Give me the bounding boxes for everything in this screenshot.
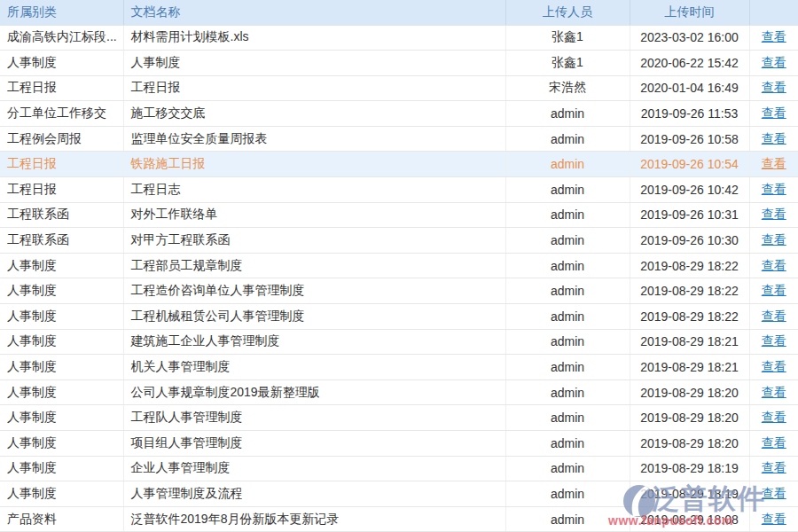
view-cell: 查看 <box>749 278 798 304</box>
table-row[interactable]: 人事制度工程造价咨询单位人事管理制度admin2019-08-29 18:22查… <box>0 278 798 304</box>
doc-name-cell: 工程造价咨询单位人事管理制度 <box>123 278 505 304</box>
view-link[interactable]: 查看 <box>762 359 786 373</box>
view-cell: 查看 <box>749 355 798 380</box>
document-list-page: 所属别类 文档名称 上传人员 上传时间 成渝高铁内江标段...材料需用计划模板.… <box>0 0 798 532</box>
uploader-cell: admin <box>505 431 630 457</box>
upload-time-cell: 2019-08-29 18:19 <box>630 456 749 481</box>
upload-time-cell: 2019-08-29 18:08 <box>630 506 749 532</box>
view-link[interactable]: 查看 <box>762 309 786 323</box>
uploader-cell: admin <box>505 177 630 203</box>
upload-time-cell: 2019-08-29 18:20 <box>630 405 749 431</box>
upload-time-cell: 2019-08-29 18:21 <box>630 355 749 380</box>
doc-name-cell: 对甲方工程联系函 <box>123 228 505 254</box>
view-cell: 查看 <box>749 304 798 330</box>
table-row[interactable]: 工程联系函对外工作联络单admin2019-09-26 10:31查看 <box>0 202 798 228</box>
doc-name-cell: 施工移交交底 <box>123 101 505 127</box>
upload-time-cell: 2019-08-29 18:22 <box>630 278 749 304</box>
header-category: 所属别类 <box>0 0 123 25</box>
upload-time-cell: 2019-09-26 10:58 <box>630 126 749 152</box>
table-row[interactable]: 人事制度工程机械租赁公司人事管理制度admin2019-08-29 18:22查… <box>0 304 798 330</box>
table-row[interactable]: 成渝高铁内江标段...材料需用计划模板.xls张鑫12023-03-02 16:… <box>0 25 798 51</box>
table-row[interactable]: 工程联系函对甲方工程联系函admin2019-09-26 10:30查看 <box>0 228 798 254</box>
doc-name-cell: 工程机械租赁公司人事管理制度 <box>123 304 505 330</box>
view-link[interactable]: 查看 <box>762 29 786 43</box>
category-cell: 分工单位工作移交 <box>0 101 123 127</box>
view-link[interactable]: 查看 <box>762 410 786 424</box>
view-link[interactable]: 查看 <box>762 283 786 297</box>
category-cell: 人事制度 <box>0 253 123 278</box>
table-row[interactable]: 人事制度项目组人事管理制度admin2019-08-29 18:20查看 <box>0 431 798 457</box>
table-row[interactable]: 工程例会周报监理单位安全质量周报表admin2019-09-26 10:58查看 <box>0 126 798 152</box>
upload-time-cell: 2019-08-29 18:22 <box>630 253 749 278</box>
category-cell: 人事制度 <box>0 304 123 330</box>
view-cell: 查看 <box>749 253 798 278</box>
category-cell: 人事制度 <box>0 278 123 304</box>
table-header: 所属别类 文档名称 上传人员 上传时间 <box>0 0 798 25</box>
upload-time-cell: 2019-09-26 10:54 <box>630 152 749 177</box>
category-cell: 人事制度 <box>0 481 123 507</box>
view-cell: 查看 <box>749 431 798 457</box>
uploader-cell: admin <box>505 481 630 507</box>
upload-time-cell: 2019-08-29 18:22 <box>630 304 749 330</box>
view-cell: 查看 <box>749 202 798 228</box>
upload-time-cell: 2023-03-02 16:00 <box>630 25 749 51</box>
doc-name-cell: 项目组人事管理制度 <box>123 431 505 457</box>
table-row[interactable]: 产品资料泛普软件2019年8月份新版本更新记录admin2019-08-29 1… <box>0 506 798 532</box>
documents-table: 所属别类 文档名称 上传人员 上传时间 成渝高铁内江标段...材料需用计划模板.… <box>0 0 798 532</box>
view-cell: 查看 <box>749 177 798 203</box>
view-cell: 查看 <box>749 456 798 481</box>
table-row[interactable]: 人事制度人事制度张鑫12020-06-22 15:42查看 <box>0 51 798 76</box>
table-row[interactable]: 人事制度公司人事规章制度2019最新整理版admin2019-08-29 18:… <box>0 379 798 405</box>
doc-name-cell: 泛普软件2019年8月份新版本更新记录 <box>123 506 505 532</box>
uploader-cell: admin <box>505 228 630 254</box>
table-row[interactable]: 人事制度机关人事管理制度admin2019-08-29 18:21查看 <box>0 355 798 380</box>
table-row[interactable]: 人事制度工程队人事管理制度admin2019-08-29 18:20查看 <box>0 405 798 431</box>
view-cell: 查看 <box>749 379 798 405</box>
upload-time-cell: 2019-08-29 18:20 <box>630 431 749 457</box>
table-row[interactable]: 工程日报铁路施工日报admin2019-09-26 10:54查看 <box>0 152 798 177</box>
table-row[interactable]: 人事制度人事管理制度及流程admin2019-08-29 18:19查看 <box>0 481 798 507</box>
category-cell: 工程例会周报 <box>0 126 123 152</box>
header-view <box>749 0 798 25</box>
view-link[interactable]: 查看 <box>762 258 786 272</box>
view-link[interactable]: 查看 <box>762 207 786 221</box>
view-link[interactable]: 查看 <box>762 80 786 94</box>
uploader-cell: admin <box>505 304 630 330</box>
table-row[interactable]: 人事制度企业人事管理制度admin2019-08-29 18:19查看 <box>0 456 798 481</box>
category-cell: 产品资料 <box>0 506 123 532</box>
view-link[interactable]: 查看 <box>762 435 786 450</box>
view-link[interactable]: 查看 <box>762 131 786 145</box>
uploader-cell: admin <box>505 101 630 127</box>
uploader-cell: 张鑫1 <box>505 51 630 76</box>
uploader-cell: admin <box>505 253 630 278</box>
table-row[interactable]: 工程日报工程日志admin2019-09-26 10:42查看 <box>0 177 798 203</box>
category-cell: 人事制度 <box>0 379 123 405</box>
view-link[interactable]: 查看 <box>762 232 786 246</box>
view-link[interactable]: 查看 <box>762 182 786 196</box>
uploader-cell: admin <box>505 355 630 380</box>
doc-name-cell: 机关人事管理制度 <box>123 355 505 380</box>
view-link[interactable]: 查看 <box>762 55 786 69</box>
table-row[interactable]: 人事制度工程部员工规章制度admin2019-08-29 18:22查看 <box>0 253 798 278</box>
view-link[interactable]: 查看 <box>762 512 786 526</box>
upload-time-cell: 2019-09-26 10:42 <box>630 177 749 203</box>
doc-name-cell: 公司人事规章制度2019最新整理版 <box>123 379 505 405</box>
view-link[interactable]: 查看 <box>762 106 786 120</box>
table-row[interactable]: 分工单位工作移交施工移交交底admin2019-09-26 11:53查看 <box>0 101 798 127</box>
view-link[interactable]: 查看 <box>762 486 786 500</box>
doc-name-cell: 人事制度 <box>123 51 505 76</box>
doc-name-cell: 对外工作联络单 <box>123 202 505 228</box>
doc-name-cell: 工程日志 <box>123 177 505 203</box>
view-link[interactable]: 查看 <box>762 333 786 348</box>
view-link[interactable]: 查看 <box>762 385 786 399</box>
table-row[interactable]: 工程日报工程日报宋浩然2020-01-04 16:49查看 <box>0 75 798 101</box>
uploader-cell: admin <box>505 456 630 481</box>
view-link[interactable]: 查看 <box>762 156 786 170</box>
view-cell: 查看 <box>749 101 798 127</box>
doc-name-cell: 铁路施工日报 <box>123 152 505 177</box>
upload-time-cell: 2019-08-29 18:19 <box>630 481 749 507</box>
table-row[interactable]: 人事制度建筑施工企业人事管理制度admin2019-08-29 18:21查看 <box>0 329 798 355</box>
upload-time-cell: 2020-06-22 15:42 <box>630 51 749 76</box>
doc-name-cell: 企业人事管理制度 <box>123 456 505 481</box>
view-link[interactable]: 查看 <box>762 460 786 474</box>
